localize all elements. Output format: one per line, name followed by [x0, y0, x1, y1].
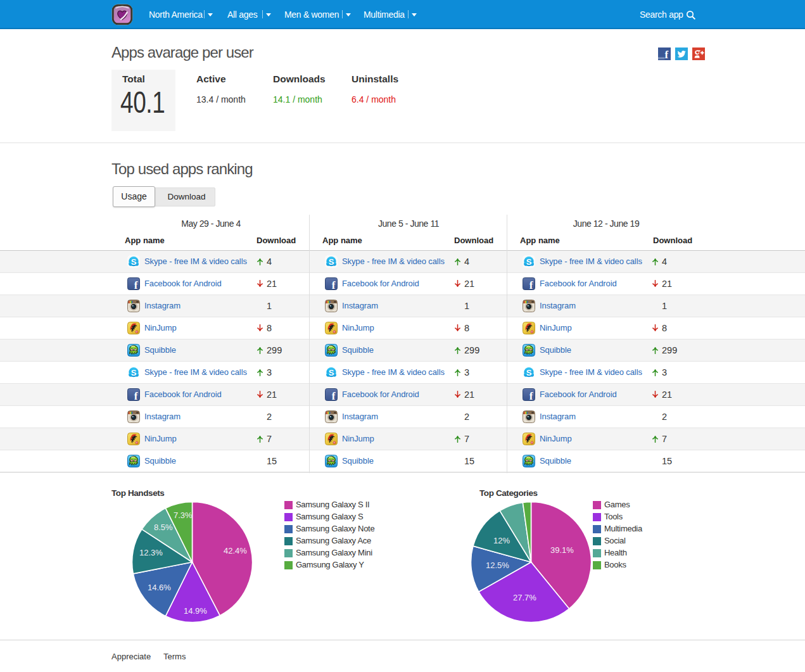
- svg-text:f: f: [134, 390, 138, 402]
- svg-text:27.7%: 27.7%: [513, 593, 536, 602]
- svg-text:39.1%: 39.1%: [550, 545, 574, 555]
- svg-text:12.3%: 12.3%: [139, 548, 163, 557]
- svg-text:U: U: [531, 441, 533, 444]
- svg-text:U: U: [136, 441, 138, 444]
- svg-text:S: S: [329, 257, 334, 267]
- svg-text:f: f: [529, 279, 533, 291]
- svg-text:U: U: [531, 330, 533, 333]
- svg-text:14.9%: 14.9%: [184, 606, 207, 616]
- svg-text:f: f: [332, 279, 336, 291]
- svg-text:f: f: [529, 390, 533, 402]
- svg-text:U: U: [334, 330, 336, 333]
- svg-text:f: f: [665, 49, 669, 60]
- svg-text:S: S: [526, 368, 532, 377]
- svg-text:f: f: [332, 390, 336, 402]
- svg-text:S: S: [131, 257, 137, 267]
- svg-text:U: U: [136, 330, 138, 333]
- svg-text:U: U: [334, 441, 336, 444]
- svg-text:f: f: [134, 279, 138, 291]
- svg-text:42.4%: 42.4%: [224, 546, 247, 555]
- svg-text:S: S: [131, 368, 137, 377]
- svg-text:S: S: [329, 368, 334, 377]
- svg-text:S: S: [526, 257, 532, 267]
- svg-text:7.3%: 7.3%: [174, 510, 193, 520]
- svg-text:12.5%: 12.5%: [486, 561, 509, 570]
- svg-text:14.6%: 14.6%: [148, 583, 171, 592]
- svg-text:8.5%: 8.5%: [154, 523, 173, 532]
- svg-text:12%: 12%: [493, 536, 510, 545]
